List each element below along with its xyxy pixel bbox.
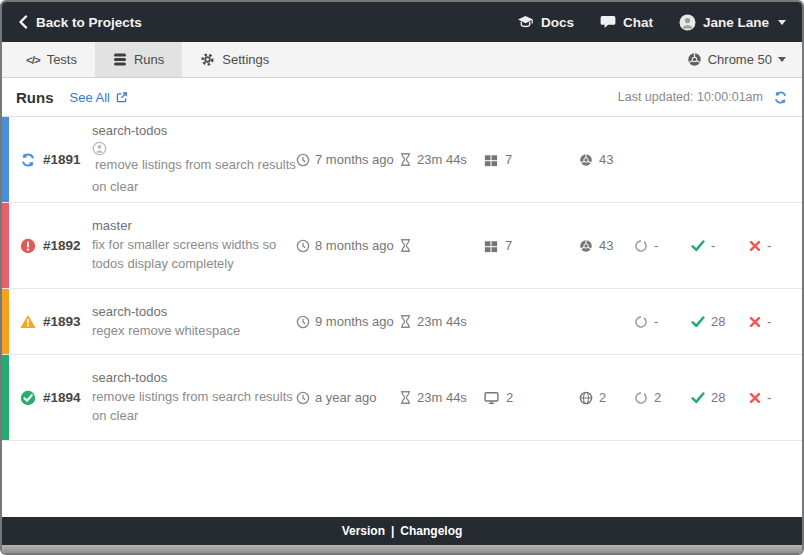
browser-count: 2 <box>599 390 606 405</box>
browser-count: 43 <box>599 238 613 253</box>
windows-icon <box>484 153 498 167</box>
docs-link[interactable]: Docs <box>517 15 574 30</box>
see-all-label: See All <box>70 90 110 105</box>
os-count: 7 <box>505 152 512 167</box>
docs-label: Docs <box>541 15 574 30</box>
run-os: 7 <box>484 152 579 167</box>
commit-message: remove listings from search results on c… <box>92 388 296 426</box>
empty-area <box>2 441 802 517</box>
caret-down-icon <box>778 20 786 25</box>
runs-page-header: Runs See All Last updated: 10:00:01am <box>2 78 802 117</box>
run-browser: 43 <box>579 152 634 167</box>
user-name: Jane Lane <box>703 15 769 30</box>
tab-runs-label: Runs <box>134 52 164 67</box>
tab-tests[interactable]: </> Tests <box>8 42 95 77</box>
run-browser: 43 <box>579 238 634 253</box>
status-color-bar <box>2 289 9 354</box>
globe-icon <box>579 391 593 405</box>
refresh-icon <box>773 90 788 105</box>
run-number: #1891 <box>36 152 92 167</box>
commit-message: fix for smaller screens widths so todos … <box>92 236 296 274</box>
run-row[interactable]: #1893 search-todos regex remove whitespa… <box>2 289 802 355</box>
failed-count: - <box>749 238 802 253</box>
see-all-link[interactable]: See All <box>70 90 128 105</box>
back-to-projects-label: Back to Projects <box>36 15 142 30</box>
run-status-icon-passed <box>20 390 36 406</box>
desktop-icon <box>484 391 499 405</box>
tab-runs[interactable]: Runs <box>95 42 182 77</box>
back-to-projects-link[interactable]: Back to Projects <box>18 15 142 30</box>
chevron-left-icon <box>18 15 28 29</box>
window-bottom-edge <box>2 545 802 553</box>
check-icon <box>691 316 705 328</box>
time-ago: 9 months ago <box>296 314 399 329</box>
run-status-icon-warning <box>20 314 36 329</box>
windows-icon <box>484 239 498 253</box>
commit-info: master fix for smaller screens widths so… <box>92 217 296 274</box>
os-count: 7 <box>505 238 512 253</box>
page-title: Runs <box>16 89 54 106</box>
run-row[interactable]: #1891 search-todos remove listings from … <box>2 117 802 203</box>
last-updated-text: Last updated: 10:00:01am <box>618 90 763 104</box>
time-ago: 8 months ago <box>296 238 399 253</box>
external-link-icon <box>115 91 128 104</box>
changelog-link[interactable]: Changelog <box>400 524 462 538</box>
check-icon <box>691 240 705 252</box>
pending-circle-icon <box>634 315 648 329</box>
top-navbar: Back to Projects Docs Chat <box>2 2 802 42</box>
pending-circle-icon <box>634 239 648 253</box>
run-row[interactable]: #1892 master fix for smaller screens wid… <box>2 203 802 289</box>
committer-avatar-icon <box>92 141 296 156</box>
commit-message: regex remove whitespace <box>92 322 240 341</box>
footer: Version | Changelog <box>2 517 802 545</box>
footer-separator: | <box>391 524 394 538</box>
run-browser: 2 <box>579 390 634 405</box>
commit-info: search-todos regex remove whitespace <box>92 303 296 341</box>
gear-icon <box>200 52 215 67</box>
chat-link[interactable]: Chat <box>600 15 653 30</box>
time-ago: a year ago <box>296 390 399 405</box>
commit-info: search-todos remove listings from search… <box>92 122 296 197</box>
tab-settings[interactable]: Settings <box>182 42 287 77</box>
browser-count: 43 <box>599 152 613 167</box>
passed-count: 28 <box>691 314 749 329</box>
failed-count: - <box>749 390 802 405</box>
run-number: #1893 <box>36 314 92 329</box>
pending-count: - <box>634 314 691 329</box>
project-tabbar: </> Tests Runs Settings <box>2 42 802 78</box>
code-icon: </> <box>26 54 40 66</box>
chrome-icon <box>687 52 702 67</box>
clock-icon <box>296 315 310 329</box>
warning-triangle-icon <box>20 314 36 329</box>
app-window: Back to Projects Docs Chat <box>0 0 804 555</box>
x-icon <box>749 240 761 252</box>
hourglass-icon <box>399 390 412 405</box>
chat-icon <box>600 15 616 29</box>
run-row[interactable]: #1894 search-todos remove listings from … <box>2 355 802 441</box>
status-color-bar <box>2 203 9 288</box>
user-avatar <box>679 14 696 31</box>
run-duration <box>399 238 484 253</box>
run-os: 2 <box>484 390 579 405</box>
pending-circle-icon <box>634 391 648 405</box>
passed-count: - <box>691 238 749 253</box>
clock-icon <box>296 153 310 167</box>
tab-tests-label: Tests <box>47 52 77 67</box>
chat-label: Chat <box>623 15 653 30</box>
run-number: #1892 <box>36 238 92 253</box>
branch-name: search-todos <box>92 122 296 141</box>
graduation-cap-icon <box>517 15 534 30</box>
run-status-icon-running <box>20 152 36 168</box>
hourglass-icon <box>399 238 412 253</box>
run-status-icon-errored <box>20 238 36 254</box>
passed-count: 28 <box>691 390 749 405</box>
browser-selector[interactable]: Chrome 50 <box>671 42 802 77</box>
x-icon <box>749 316 761 328</box>
time-ago: 7 months ago <box>296 152 399 167</box>
user-menu[interactable]: Jane Lane <box>679 14 786 31</box>
check-icon <box>691 392 705 404</box>
version-link[interactable]: Version <box>342 524 385 538</box>
failed-count: - <box>749 314 802 329</box>
hourglass-icon <box>399 314 412 329</box>
refresh-button[interactable] <box>773 90 788 105</box>
